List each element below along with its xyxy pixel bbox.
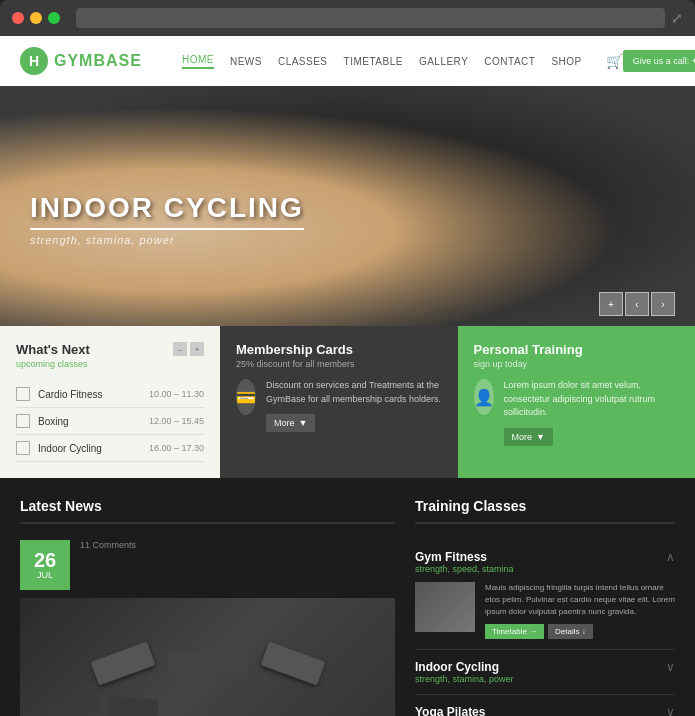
tc-gym-thumb [415, 582, 475, 632]
page-content: H GYMBASE HOME NEWS CLASSES TIMETABLE GA… [0, 36, 695, 716]
header-cta: Give us a call: +123 356 123 124 [623, 50, 695, 72]
class-boxing: Boxing 12.00 – 15.45 [16, 408, 204, 435]
maximize-dot[interactable] [48, 12, 60, 24]
whats-next-title: What's Next [16, 342, 90, 357]
class-time-boxing: 12.00 – 15.45 [149, 416, 204, 426]
tc-gym-fitness: Gym Fitness strength, speed, stamina ∧ M… [415, 540, 675, 650]
class-checkbox-boxing [16, 414, 30, 428]
logo[interactable]: H GYMBASE [20, 47, 142, 75]
minimize-dot[interactable] [30, 12, 42, 24]
training-panel: Personal Training sign up today 👤 Lorem … [458, 326, 696, 478]
class-name-cycling: Indoor Cycling [38, 443, 141, 454]
arrow-prev[interactable]: ‹ [625, 292, 649, 316]
dumbbell2 [49, 694, 102, 716]
training-classes-column: Training Classes Gym Fitness strength, s… [415, 498, 675, 716]
main-nav: HOME NEWS CLASSES TIMETABLE GALLERY CONT… [182, 53, 623, 69]
tc-yoga-name: Yoga Pilates [415, 705, 492, 716]
training-icon: 👤 [474, 379, 494, 415]
tc-cycling-tag: strength, stamina, power [415, 674, 514, 684]
nav-timetable[interactable]: TIMETABLE [344, 56, 403, 67]
class-time-cardio: 10.00 – 11.30 [149, 389, 204, 399]
tc-indoor-cycling: Indoor Cycling strength, stamina, power … [415, 650, 675, 695]
class-cardio: Cardio Fitness 10.00 – 11.30 [16, 381, 204, 408]
tc-timetable-btn[interactable]: Timetable → [485, 624, 544, 639]
dumbbell-bar [168, 653, 248, 673]
membership-more-btn[interactable]: More ▼ [266, 414, 315, 432]
tc-yoga-header[interactable]: Yoga Pilates relax, detoxification ∨ [415, 705, 675, 716]
tc-gym-tag: strength, speed, stamina [415, 564, 514, 574]
browser-chrome: ⤢ [0, 0, 695, 36]
logo-text: GYMBASE [54, 52, 142, 70]
nav-classes[interactable]: CLASSES [278, 56, 328, 67]
nav-home[interactable]: HOME [182, 54, 214, 69]
close-dot[interactable] [12, 12, 24, 24]
news-image [20, 598, 395, 716]
tc-cycling-chevron[interactable]: ∨ [666, 660, 675, 674]
news-section-title: Latest News [20, 498, 395, 524]
hero-section: INDOOR CYCLING strength, stamina, power … [0, 86, 695, 326]
nav-gallery[interactable]: GALLERY [419, 56, 468, 67]
membership-subtitle: 25% discount for all members [236, 359, 442, 369]
tc-cycling-name: Indoor Cycling [415, 660, 514, 674]
main-content: Latest News 26 JUL 11 Comments [0, 478, 695, 716]
logo-gym: GYM [54, 52, 93, 69]
tc-gym-buttons: Timetable → Details ↓ [485, 624, 675, 639]
membership-body: Discount on services and Treatments at t… [266, 379, 442, 406]
hero-title: INDOOR CYCLING [30, 192, 304, 230]
training-body: Lorem ipsum dolor sit amet velum, consec… [504, 379, 680, 420]
news-header-row: 26 JUL 11 Comments [20, 540, 395, 590]
class-time-cycling: 16.00 – 17.30 [149, 443, 204, 453]
tc-yoga-pilates: Yoga Pilates relax, detoxification ∨ [415, 695, 675, 716]
nav-shop[interactable]: SHOP [551, 56, 581, 67]
date-day: 26 [34, 550, 56, 570]
news-comments: 11 Comments [80, 540, 136, 550]
tc-cycling-header[interactable]: Indoor Cycling strength, stamina, power … [415, 660, 675, 684]
logo-icon: H [20, 47, 48, 75]
class-name-boxing: Boxing [38, 416, 141, 427]
tc-gym-desc: Mauis adipiscing fringilla turpis intend… [485, 582, 675, 618]
tc-gym-name: Gym Fitness [415, 550, 514, 564]
nav-news[interactable]: NEWS [230, 56, 262, 67]
dumbbell3 [107, 696, 159, 716]
membership-title: Membership Cards [236, 342, 442, 357]
tc-details-btn[interactable]: Details ↓ [548, 624, 593, 639]
class-cycling: Indoor Cycling 16.00 – 17.30 [16, 435, 204, 462]
next-class-btn[interactable]: + [190, 342, 204, 356]
tc-gym-chevron[interactable]: ∧ [666, 550, 675, 564]
arrow-plus[interactable]: + [599, 292, 623, 316]
panels-row: What's Next upcoming classes – + Cardio … [0, 326, 695, 478]
dumbbell-left [90, 641, 155, 685]
tc-yoga-chevron[interactable]: ∨ [666, 705, 675, 716]
membership-panel: Membership Cards 25% discount for all me… [220, 326, 458, 478]
browser-window: ⤢ H GYMBASE HOME NEWS CLASSES TIMETABLE … [0, 0, 695, 716]
cart-icon[interactable]: 🛒 [606, 53, 623, 69]
dumbbell-right [260, 641, 325, 685]
class-name-cardio: Cardio Fitness [38, 389, 141, 400]
whats-next-subtitle: upcoming classes [16, 359, 90, 369]
class-checkbox-cardio [16, 387, 30, 401]
news-date-badge: 26 JUL [20, 540, 70, 590]
membership-icon: 💳 [236, 379, 256, 415]
training-more-btn[interactable]: More ▼ [504, 428, 553, 446]
site-header: H GYMBASE HOME NEWS CLASSES TIMETABLE GA… [0, 36, 695, 86]
hero-text-block: INDOOR CYCLING strength, stamina, power [30, 192, 304, 246]
logo-base: BASE [93, 52, 141, 69]
class-checkbox-cycling [16, 441, 30, 455]
date-month: JUL [37, 570, 53, 580]
training-classes-title: Training Classes [415, 498, 675, 524]
address-bar [76, 8, 665, 28]
whats-next-panel: What's Next upcoming classes – + Cardio … [0, 326, 220, 478]
expand-icon[interactable]: ⤢ [671, 10, 683, 26]
hero-subtitle: strength, stamina, power [30, 234, 304, 246]
news-column: Latest News 26 JUL 11 Comments [20, 498, 415, 716]
tc-gym-header[interactable]: Gym Fitness strength, speed, stamina ∧ [415, 550, 675, 574]
training-title: Personal Training [474, 342, 680, 357]
nav-contact[interactable]: CONTACT [484, 56, 535, 67]
training-subtitle: sign up today [474, 359, 680, 369]
arrow-next[interactable]: › [651, 292, 675, 316]
tc-gym-expanded: Mauis adipiscing fringilla turpis intend… [415, 582, 675, 639]
prev-class-btn[interactable]: – [173, 342, 187, 356]
hero-arrows: + ‹ › [599, 292, 675, 316]
